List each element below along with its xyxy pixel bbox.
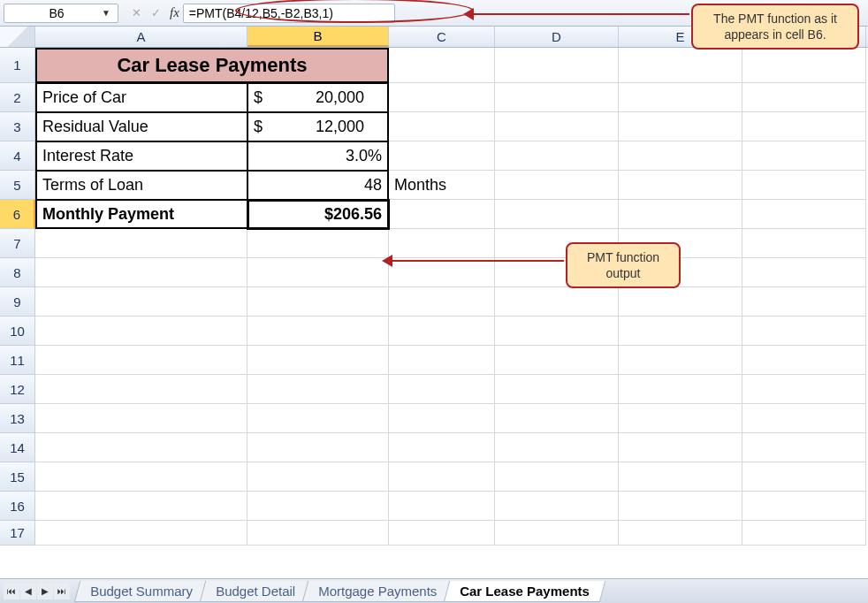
cell-E1[interactable]: [619, 48, 742, 83]
row-header-11[interactable]: 11: [0, 346, 35, 375]
tab-next-icon[interactable]: ▶: [37, 584, 53, 599]
cell-C16[interactable]: [389, 492, 495, 521]
col-header-B[interactable]: B: [247, 27, 389, 47]
cell-A9[interactable]: [35, 287, 247, 317]
row-header-1[interactable]: 1: [0, 48, 35, 83]
cell-A16[interactable]: [35, 492, 247, 521]
cell-C14[interactable]: [389, 433, 495, 462]
confirm-icon[interactable]: ✓: [147, 4, 164, 22]
tab-last-icon[interactable]: ⏭: [54, 584, 70, 599]
row-header-4[interactable]: 4: [0, 141, 35, 171]
cell-D17[interactable]: [495, 521, 619, 546]
cell-C17[interactable]: [389, 521, 495, 546]
cell-D6[interactable]: [495, 200, 619, 229]
cell-C8[interactable]: [389, 258, 495, 287]
select-all-corner[interactable]: [0, 27, 35, 47]
cell-F17[interactable]: [742, 521, 866, 546]
tab-mortgage-payments[interactable]: Mortgage Payments: [302, 581, 453, 602]
cell-A7[interactable]: [35, 229, 247, 258]
cell-E10[interactable]: [619, 317, 742, 346]
cell-E16[interactable]: [619, 492, 742, 521]
cell-F10[interactable]: [742, 317, 866, 346]
title-cell[interactable]: Car Lease Payments: [35, 48, 389, 83]
cell-B10[interactable]: [247, 317, 389, 346]
cell-C2[interactable]: [389, 83, 495, 112]
cell-F11[interactable]: [742, 346, 866, 375]
cell-B16[interactable]: [247, 492, 389, 521]
cell-D4[interactable]: [495, 141, 619, 171]
cell-B3[interactable]: $ 12,000: [247, 112, 389, 141]
name-box-dropdown-icon[interactable]: ▼: [102, 8, 110, 18]
cell-B4[interactable]: 3.0%: [247, 141, 389, 171]
cell-D16[interactable]: [495, 492, 619, 521]
cell-D12[interactable]: [495, 375, 619, 404]
cell-B6[interactable]: $206.56: [247, 200, 389, 229]
cell-F3[interactable]: [742, 112, 866, 141]
cell-E9[interactable]: [619, 287, 742, 317]
tab-prev-icon[interactable]: ◀: [20, 584, 36, 599]
cell-B2[interactable]: $ 20,000: [247, 83, 389, 112]
row-header-15[interactable]: 15: [0, 462, 35, 492]
row-header-16[interactable]: 16: [0, 492, 35, 521]
cell-B14[interactable]: [247, 433, 389, 462]
cell-F15[interactable]: [742, 462, 866, 492]
cell-E3[interactable]: [619, 112, 742, 141]
cell-C3[interactable]: [389, 112, 495, 141]
cell-F2[interactable]: [742, 83, 866, 112]
row-header-2[interactable]: 2: [0, 83, 35, 112]
cell-F14[interactable]: [742, 433, 866, 462]
cell-B5[interactable]: 48: [247, 171, 389, 200]
cell-D2[interactable]: [495, 83, 619, 112]
cell-A11[interactable]: [35, 346, 247, 375]
cell-E12[interactable]: [619, 375, 742, 404]
cell-C15[interactable]: [389, 462, 495, 492]
tab-first-icon[interactable]: ⏮: [4, 584, 19, 599]
formula-input[interactable]: =PMT(B4/12,B5,-B2,B3,1): [183, 4, 395, 23]
row-header-9[interactable]: 9: [0, 287, 35, 317]
cell-F12[interactable]: [742, 375, 866, 404]
row-header-14[interactable]: 14: [0, 433, 35, 462]
cell-F1[interactable]: [742, 48, 866, 83]
cell-D9[interactable]: [495, 287, 619, 317]
cell-C7[interactable]: [389, 229, 495, 258]
row-header-13[interactable]: 13: [0, 404, 35, 433]
cell-C10[interactable]: [389, 317, 495, 346]
cell-A8[interactable]: [35, 258, 247, 287]
cell-A14[interactable]: [35, 433, 247, 462]
cell-F16[interactable]: [742, 492, 866, 521]
cell-F5[interactable]: [742, 171, 866, 200]
cell-D3[interactable]: [495, 112, 619, 141]
cell-A5[interactable]: Terms of Loan: [35, 171, 247, 200]
cell-B11[interactable]: [247, 346, 389, 375]
cell-E17[interactable]: [619, 521, 742, 546]
cell-A2[interactable]: Price of Car: [35, 83, 247, 112]
row-header-7[interactable]: 7: [0, 229, 35, 258]
tab-budget-summary[interactable]: Budget Summary: [74, 581, 209, 602]
cell-C6[interactable]: [389, 200, 495, 229]
cell-E6[interactable]: [619, 200, 742, 229]
name-box[interactable]: B6 ▼: [4, 4, 118, 23]
cell-D14[interactable]: [495, 433, 619, 462]
cell-C9[interactable]: [389, 287, 495, 317]
cell-A4[interactable]: Interest Rate: [35, 141, 247, 171]
cell-F7[interactable]: [742, 229, 866, 258]
row-header-10[interactable]: 10: [0, 317, 35, 346]
cell-F6[interactable]: [742, 200, 866, 229]
col-header-C[interactable]: C: [389, 27, 495, 47]
cell-E15[interactable]: [619, 462, 742, 492]
cell-C5[interactable]: Months: [389, 171, 495, 200]
fx-icon[interactable]: fx: [170, 5, 179, 20]
cell-D10[interactable]: [495, 317, 619, 346]
row-header-12[interactable]: 12: [0, 375, 35, 404]
cell-A13[interactable]: [35, 404, 247, 433]
cell-F4[interactable]: [742, 141, 866, 171]
cell-B7[interactable]: [247, 229, 389, 258]
cell-C4[interactable]: [389, 141, 495, 171]
cell-A10[interactable]: [35, 317, 247, 346]
cell-B9[interactable]: [247, 287, 389, 317]
row-header-5[interactable]: 5: [0, 171, 35, 200]
cell-C1[interactable]: [389, 48, 495, 83]
cell-A17[interactable]: [35, 521, 247, 546]
cell-E11[interactable]: [619, 346, 742, 375]
cell-A15[interactable]: [35, 462, 247, 492]
